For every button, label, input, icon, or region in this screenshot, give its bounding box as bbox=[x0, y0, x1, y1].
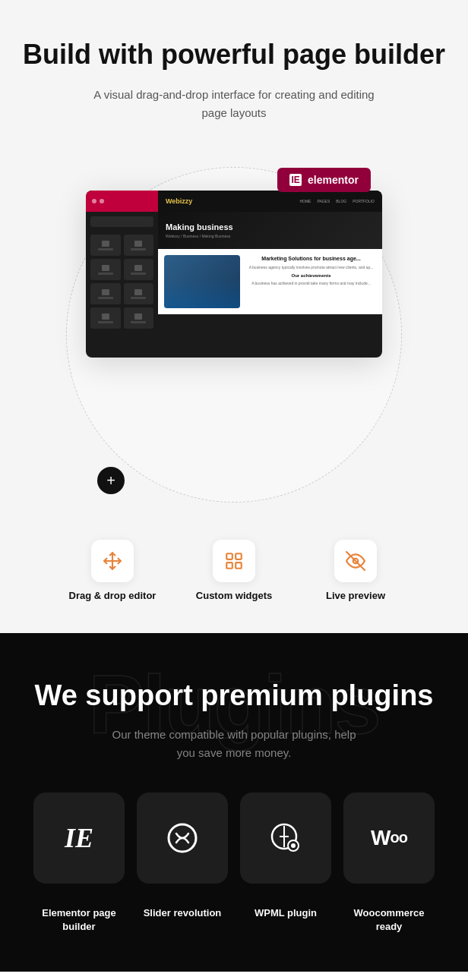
builder-subtitle: A visual drag-and-drop interface for cre… bbox=[90, 86, 378, 122]
plugins-subtitle: Our theme compatible with popular plugin… bbox=[105, 726, 363, 762]
site-hero-title: Making business bbox=[166, 222, 375, 232]
builder-section: Build with powerful page builder A visua… bbox=[0, 0, 468, 633]
editor-panel-items bbox=[86, 232, 158, 332]
panel-dot-2 bbox=[100, 199, 104, 203]
elementor-plugin-icon: IE bbox=[65, 822, 93, 854]
ie-icon: IE bbox=[65, 822, 93, 854]
site-content-text: Marketing Solutions for business age... … bbox=[246, 255, 376, 308]
plugin-slider-label: Slider revolution bbox=[137, 906, 228, 934]
plugins-title: We support premium plugins bbox=[23, 679, 445, 714]
editor-panel-top bbox=[86, 191, 158, 212]
svg-rect-2 bbox=[226, 553, 232, 559]
site-content-body: A business agency typically involves pro… bbox=[246, 265, 376, 270]
plugin-slider bbox=[137, 793, 228, 884]
panel-item-1 bbox=[90, 235, 121, 256]
site-hero: Making business Webizzy / Business / Mak… bbox=[158, 212, 382, 249]
feature-preview-icon-box bbox=[334, 540, 377, 582]
browser-mockup: Webizzy HOME PAGES BLOG PORTFOLIO Making… bbox=[86, 191, 382, 358]
nav-home: HOME bbox=[299, 199, 311, 203]
svg-rect-3 bbox=[236, 553, 242, 559]
editor-left-panel bbox=[86, 191, 158, 358]
panel-dot-1 bbox=[92, 199, 96, 203]
elementor-badge-icon: IE bbox=[289, 174, 302, 186]
editor-container: Webizzy HOME PAGES BLOG PORTFOLIO Making… bbox=[86, 191, 382, 358]
slider-revolution-icon bbox=[166, 821, 199, 855]
site-content: Marketing Solutions for business age... … bbox=[158, 249, 382, 314]
panel-item-2 bbox=[124, 235, 154, 256]
site-hero-sub: Webizzy / Business / Making Business bbox=[166, 234, 375, 238]
builder-title: Build with powerful page builder bbox=[15, 38, 453, 71]
plugin-woo-label: Woocommerce ready bbox=[343, 906, 435, 934]
plugin-elementor-label: Elementor page builder bbox=[33, 906, 125, 934]
plugin-wpml bbox=[240, 793, 331, 884]
features-row: Drag & drop editor Custom widgets bbox=[15, 540, 453, 603]
panel-item-3 bbox=[90, 259, 121, 280]
plugin-wpml-label: WPML plugin bbox=[240, 906, 331, 934]
plugin-elementor: IE bbox=[33, 793, 125, 884]
site-nav: Webizzy HOME PAGES BLOG PORTFOLIO bbox=[158, 191, 382, 212]
panel-item-5 bbox=[90, 283, 121, 304]
panel-item-8 bbox=[124, 307, 154, 329]
move-icon bbox=[103, 551, 122, 571]
svg-rect-4 bbox=[226, 562, 232, 569]
eye-icon bbox=[346, 551, 365, 571]
site-achievements: Our achievements bbox=[246, 273, 376, 278]
add-section-button[interactable]: + bbox=[97, 467, 125, 494]
site-nav-links: HOME PAGES BLOG PORTFOLIO bbox=[299, 199, 375, 203]
feature-drag: Drag & drop editor bbox=[52, 540, 173, 603]
site-content-title: Marketing Solutions for business age... bbox=[246, 255, 376, 262]
plugins-grid: IE bbox=[23, 793, 445, 884]
svg-rect-5 bbox=[236, 562, 242, 569]
feature-drag-label: Drag & drop editor bbox=[69, 590, 157, 603]
panel-item-7 bbox=[90, 307, 121, 329]
woo-text: Woo bbox=[371, 826, 407, 850]
elementor-badge-label: elementor bbox=[308, 174, 359, 186]
wpml-icon bbox=[269, 821, 302, 855]
feature-widgets: Custom widgets bbox=[173, 540, 295, 603]
panel-item-4 bbox=[124, 259, 154, 280]
plugins-labels: Elementor page builder Slider revolution… bbox=[23, 906, 445, 934]
slider-plugin-icon bbox=[166, 821, 199, 855]
feature-preview-label: Live preview bbox=[326, 590, 385, 603]
svg-point-11 bbox=[291, 843, 296, 848]
feature-widgets-icon-box bbox=[213, 540, 255, 582]
site-preview: Webizzy HOME PAGES BLOG PORTFOLIO Making… bbox=[158, 191, 382, 358]
feature-preview: Live preview bbox=[295, 540, 416, 603]
woo-plugin-icon: Woo bbox=[371, 826, 407, 850]
feature-drag-icon-box bbox=[91, 540, 134, 582]
nav-portfolio: PORTFOLIO bbox=[353, 199, 375, 203]
wpml-plugin-icon bbox=[269, 821, 302, 855]
elementor-badge: IE elementor bbox=[277, 168, 371, 192]
grid-icon bbox=[224, 551, 244, 571]
nav-blog: BLOG bbox=[336, 199, 346, 203]
nav-pages: PAGES bbox=[317, 199, 330, 203]
plugin-woo: Woo bbox=[343, 793, 435, 884]
editor-panel-search bbox=[90, 216, 153, 227]
site-logo: Webizzy bbox=[166, 197, 192, 205]
feature-widgets-label: Custom widgets bbox=[196, 590, 272, 603]
site-content-img bbox=[164, 255, 240, 308]
site-achievements-text: A business has achieved in providi take … bbox=[246, 281, 376, 286]
builder-circle-bg: IE elementor bbox=[52, 153, 416, 517]
panel-item-6 bbox=[124, 283, 154, 304]
plugins-section: Plugins We support premium plugins Our t… bbox=[0, 633, 468, 972]
